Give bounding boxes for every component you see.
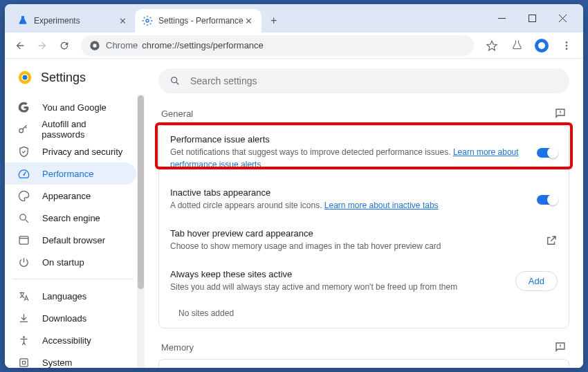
main-panel[interactable]: General Performance issue alerts Get not…: [145, 59, 583, 368]
browser-window: Experiments ✕ Settings - Performance ✕ +…: [5, 4, 583, 368]
close-icon[interactable]: ✕: [244, 15, 255, 26]
settings-sidebar: Settings You and Google Autofill and pas…: [5, 59, 145, 368]
new-tab-button[interactable]: +: [264, 11, 284, 30]
row-inactive-tabs: Inactive tabs appearance A dotted circle…: [159, 179, 569, 220]
svg-point-11: [19, 129, 24, 133]
tab-strip: Experiments ✕ Settings - Performance ✕ +: [5, 4, 486, 32]
sidebar-label: On startup: [42, 257, 84, 268]
sidebar-label: Languages: [42, 291, 86, 301]
open-external-icon[interactable]: [545, 234, 558, 247]
search-settings-input[interactable]: [190, 75, 558, 86]
row-hover-preview[interactable]: Tab hover preview card appearance Choose…: [159, 220, 569, 261]
svg-point-7: [566, 48, 568, 50]
tab-title: Experiments: [34, 16, 117, 26]
add-button[interactable]: Add: [515, 271, 558, 291]
settings-logo-icon: [17, 70, 33, 85]
close-window-button[interactable]: [547, 8, 578, 30]
google-g-icon: [17, 101, 30, 113]
sidebar-label: Search engine: [42, 213, 100, 223]
reload-button[interactable]: [55, 36, 74, 55]
sidebar-item-performance[interactable]: Performance: [5, 162, 136, 185]
sidebar-label: Downloads: [42, 313, 86, 324]
feedback-icon[interactable]: [554, 107, 567, 120]
menu-icon[interactable]: [555, 35, 578, 57]
tab-title: Settings - Performance: [158, 16, 244, 26]
chrome-icon: [89, 40, 100, 51]
toggle-performance-alerts[interactable]: [537, 148, 558, 158]
svg-point-18: [172, 77, 177, 83]
sidebar-item-system[interactable]: System: [5, 351, 136, 368]
svg-point-15: [23, 336, 25, 338]
row-always-active: Always keep these sites active Sites you…: [159, 261, 569, 301]
svg-point-4: [93, 44, 96, 47]
forward-button[interactable]: [33, 36, 52, 55]
svg-rect-14: [19, 236, 28, 243]
general-card: Performance issue alerts Get notificatio…: [158, 125, 569, 328]
maximize-button[interactable]: [517, 8, 547, 30]
translate-icon: [17, 290, 30, 302]
learn-more-link[interactable]: Learn more about inactive tabs: [324, 201, 439, 210]
no-sites-label: No sites added: [159, 301, 569, 328]
key-icon: [17, 123, 29, 136]
sidebar-item-privacy[interactable]: Privacy and security: [5, 140, 136, 162]
feedback-icon[interactable]: [554, 341, 567, 353]
minimize-button[interactable]: [486, 8, 517, 30]
row-performance-alerts: Performance issue alerts Get notificatio…: [159, 126, 569, 179]
address-bar[interactable]: Chrome chrome://settings/performance: [81, 35, 474, 56]
titlebar: Experiments ✕ Settings - Performance ✕ +: [5, 4, 583, 32]
bookmark-star-icon[interactable]: [481, 35, 503, 57]
close-icon[interactable]: ✕: [117, 15, 128, 26]
sidebar-item-you-and-google[interactable]: You and Google: [5, 96, 136, 118]
flask-icon: [17, 15, 28, 26]
sidebar-scrollbar[interactable]: [137, 95, 145, 368]
back-button[interactable]: [10, 36, 30, 55]
settings-title: Settings: [41, 71, 86, 85]
sidebar-label: Accessibility: [42, 335, 91, 346]
sidebar-item-on-startup[interactable]: On startup: [5, 251, 136, 273]
tab-settings[interactable]: Settings - Performance ✕: [135, 9, 261, 32]
power-icon: [17, 256, 30, 268]
sidebar-label: Appearance: [42, 191, 91, 201]
shield-icon: [17, 145, 30, 158]
svg-point-6: [566, 44, 568, 46]
sidebar-list[interactable]: You and Google Autofill and passwords Pr…: [5, 96, 145, 368]
labs-icon[interactable]: [506, 35, 528, 57]
svg-rect-17: [22, 361, 25, 364]
sidebar-label: You and Google: [42, 102, 107, 113]
svg-point-13: [19, 214, 25, 220]
section-title: General: [161, 109, 193, 119]
memory-card: Memory Saver When on, Chrome frees up me…: [158, 359, 569, 368]
speedometer-icon: [17, 167, 30, 180]
tab-experiments[interactable]: Experiments ✕: [10, 9, 135, 32]
sidebar-label: Privacy and security: [42, 147, 122, 157]
row-desc: A dotted circle appears around site icon…: [170, 199, 526, 212]
profile-avatar[interactable]: [531, 35, 553, 57]
svg-point-5: [566, 41, 568, 44]
sidebar-item-downloads[interactable]: Downloads: [5, 307, 136, 329]
row-title: Tab hover preview card appearance: [170, 228, 534, 239]
row-title: Performance issue alerts: [170, 134, 526, 145]
address-path: chrome://settings/performance: [142, 40, 264, 50]
gear-icon: [142, 15, 153, 26]
sidebar-label: Autofill and passwords: [42, 119, 128, 140]
download-icon: [17, 312, 30, 324]
sidebar-divider: [13, 279, 134, 279]
row-desc: Get notifications that suggest ways to i…: [170, 146, 526, 171]
system-icon: [17, 356, 30, 368]
section-header-general: General: [158, 107, 569, 125]
sidebar-item-autofill[interactable]: Autofill and passwords: [5, 118, 136, 140]
section-header-memory: Memory: [158, 341, 569, 359]
sidebar-item-accessibility[interactable]: Accessibility: [5, 329, 136, 351]
search-settings-box[interactable]: [158, 68, 569, 93]
toggle-inactive-tabs[interactable]: [537, 195, 558, 205]
sidebar-item-languages[interactable]: Languages: [5, 285, 136, 307]
sidebar-item-default-browser[interactable]: Default browser: [5, 229, 136, 251]
sidebar-item-appearance[interactable]: Appearance: [5, 185, 136, 207]
sidebar-item-search-engine[interactable]: Search engine: [5, 207, 136, 229]
svg-rect-2: [529, 15, 535, 22]
window-controls: [486, 4, 583, 32]
browser-icon: [17, 234, 30, 246]
svg-rect-16: [19, 358, 27, 366]
row-memory-saver: Memory Saver When on, Chrome frees up me…: [159, 360, 569, 368]
search-icon: [169, 75, 181, 86]
